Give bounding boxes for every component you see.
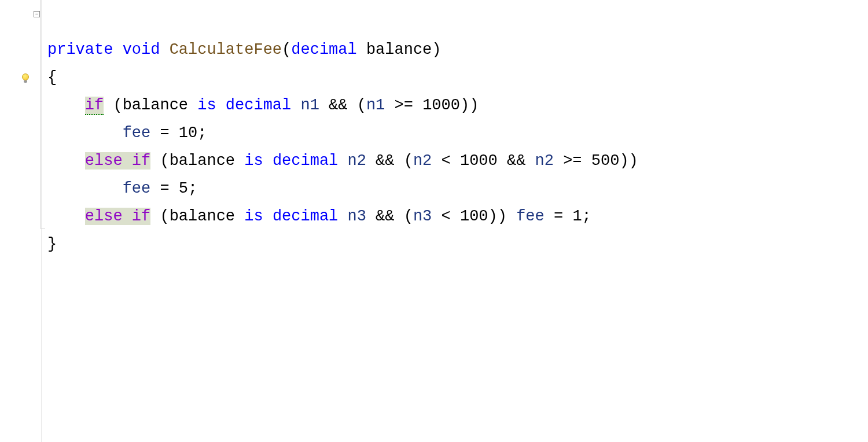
literal-100: 100 [460, 208, 488, 225]
operator-and: && [329, 97, 347, 114]
semicolon: ; [197, 124, 207, 142]
inner-paren-open: ( [404, 152, 413, 170]
paren-close: ) [432, 41, 441, 58]
literal-1000: 1000 [422, 97, 460, 114]
paren-close: ) [498, 208, 507, 225]
operator-lt: < [442, 208, 451, 225]
parameter-balance: balance [366, 41, 432, 58]
lightbulb-icon[interactable] [21, 73, 31, 84]
paren-open: ( [160, 208, 169, 225]
keyword-if-highlighted: if [132, 208, 150, 225]
keyword-decimal: decimal [291, 41, 356, 58]
literal-500: 500 [591, 152, 620, 170]
identifier-balance: balance [170, 208, 235, 225]
keyword-if-highlighted: if [132, 152, 150, 170]
operator-and: && [376, 208, 394, 225]
keyword-is: is [244, 152, 263, 170]
code-line-8[interactable]: } [47, 230, 868, 258]
operator-gte: >= [563, 152, 582, 170]
inner-paren-open: ( [357, 97, 366, 114]
identifier-n2-ref2: n2 [535, 152, 554, 170]
identifier-n1: n1 [300, 97, 319, 114]
operator-eq: = [160, 180, 169, 197]
inner-paren-close: ) [488, 208, 498, 225]
identifier-fee: fee [516, 208, 545, 225]
code-line-6[interactable]: fee = 5; [47, 175, 868, 202]
fold-minus-icon: − [35, 12, 38, 17]
identifier-balance: balance [170, 152, 235, 170]
identifier-fee: fee [123, 180, 151, 197]
inner-paren-close: ) [460, 97, 469, 114]
keyword-is: is [244, 208, 263, 225]
code-line-1[interactable]: private void CalculateFee(decimal balanc… [47, 36, 868, 64]
code-editor[interactable]: private void CalculateFee(decimal balanc… [42, 0, 868, 442]
identifier-n3: n3 [348, 208, 366, 225]
keyword-void: void [123, 41, 160, 58]
literal-10: 10 [179, 124, 197, 142]
paren-close: ) [629, 152, 638, 170]
fold-toggle-icon[interactable]: − [34, 11, 40, 17]
identifier-n2-ref: n2 [413, 152, 432, 170]
keyword-if-highlighted: if [85, 97, 104, 115]
brace-close: } [47, 235, 57, 253]
paren-close: ) [469, 97, 479, 114]
operator-lt: < [442, 152, 451, 170]
inner-paren-open: ( [404, 208, 413, 225]
literal-5: 5 [179, 180, 188, 197]
keyword-private: private [47, 41, 113, 58]
method-name: CalculateFee [170, 41, 282, 58]
editor-gutter: − [0, 0, 42, 442]
literal-1000: 1000 [460, 152, 498, 170]
operator-gte: >= [395, 97, 413, 114]
semicolon: ; [582, 208, 591, 225]
identifier-fee: fee [123, 124, 151, 142]
paren-open: ( [113, 97, 122, 114]
semicolon: ; [188, 180, 197, 197]
paren-open: ( [282, 41, 291, 58]
keyword-decimal: decimal [273, 152, 338, 170]
code-line-3[interactable]: if (balance is decimal n1 && (n1 >= 1000… [47, 91, 868, 119]
brace-open: { [47, 69, 57, 86]
operator-eq: = [160, 124, 169, 142]
fold-guide-line [41, 0, 41, 229]
operator-and: && [376, 152, 394, 170]
identifier-n2: n2 [348, 152, 366, 170]
code-line-2[interactable]: { [47, 64, 868, 91]
keyword-else-highlighted: else [85, 208, 123, 225]
operator-eq: = [554, 208, 563, 225]
operator-and: && [507, 152, 525, 170]
identifier-n3-ref: n3 [413, 208, 432, 225]
keyword-decimal: decimal [226, 97, 291, 114]
identifier-balance: balance [123, 97, 188, 114]
keyword-is: is [197, 97, 216, 114]
keyword-decimal: decimal [273, 208, 338, 225]
code-line-4[interactable]: fee = 10; [47, 119, 868, 147]
code-line-5[interactable]: else if (balance is decimal n2 && (n2 < … [47, 147, 868, 175]
identifier-n1-ref: n1 [366, 97, 385, 114]
code-line-7[interactable]: else if (balance is decimal n3 && (n3 < … [47, 202, 868, 230]
literal-1: 1 [572, 208, 582, 225]
paren-open: ( [160, 152, 169, 170]
inner-paren-close: ) [619, 152, 628, 170]
keyword-else-highlighted: else [85, 152, 123, 170]
